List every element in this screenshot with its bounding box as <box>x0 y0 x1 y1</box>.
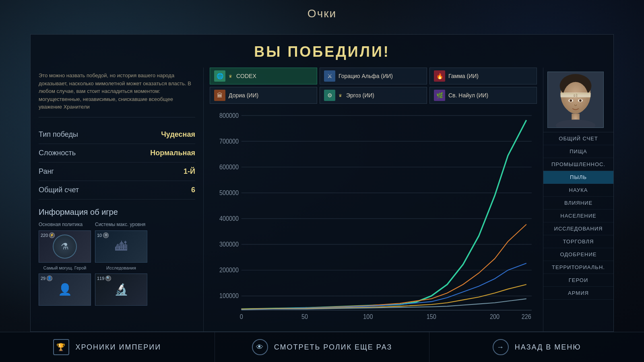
info-header: Информация об игре <box>39 208 195 217</box>
thumbnail-row-1: 220 ⚡ ⚗ 10 ⚙ 🏙 <box>39 230 195 263</box>
crown-ergoz: ♛ <box>339 93 342 98</box>
victory-title: ВЫ ПОБЕДИЛИ! <box>31 35 613 68</box>
back-menu-button[interactable]: → НАЗАД В МЕНЮ <box>429 332 644 362</box>
info-col-label-policy: Основная политика <box>39 222 91 227</box>
research2-inner: 🔬 <box>95 274 147 305</box>
stat-value-difficulty: Нормальная <box>150 149 195 157</box>
svg-text:200: 200 <box>490 313 500 320</box>
civ-name-goracio: Горацио Альфа (ИИ) <box>339 73 393 79</box>
stats-menu: ОБЩИЙ СЧЕТ ПИЩА ПРОМЫШЛЕННОС. ПЫЛЬ НАУКА… <box>543 132 613 331</box>
civ-item-codex: 🌐 ♛ CODEX <box>210 68 317 84</box>
replay-label: СМОТРЕТЬ РОЛИК ЕЩЕ РАЗ <box>274 343 392 352</box>
civ-item-nayul: 🌿 Св. Найул (ИИ) <box>429 87 537 104</box>
stats-menu-territory[interactable]: ТЕРРИТОРИАЛЬН. <box>543 261 613 274</box>
stats-menu-science[interactable]: НАУКА <box>543 184 613 197</box>
chart-svg: 800000 700000 600000 500000 400000 30000… <box>210 110 537 327</box>
stat-value-score: 6 <box>191 186 195 194</box>
svg-text:300000: 300000 <box>219 241 239 248</box>
bottom-bar: 🏆 ХРОНИКИ ИМПЕРИИ 👁 СМОТРЕТЬ РОЛИК ЕЩЕ Р… <box>0 332 644 362</box>
stats-menu-dust[interactable]: ПЫЛЬ <box>543 171 613 184</box>
info-col-label-systems: Системы макс. уровня <box>95 222 147 227</box>
svg-text:226: 226 <box>522 313 531 320</box>
stats-menu-approval[interactable]: ОДОБРЕНИЕ <box>543 248 613 261</box>
stats-menu-influence[interactable]: ВЛИЯНИЕ <box>543 197 613 210</box>
stats-menu-total[interactable]: ОБЩИЙ СЧЕТ <box>543 132 613 145</box>
svg-text:200000: 200000 <box>219 267 239 274</box>
svg-text:600000: 600000 <box>219 164 239 171</box>
stats-menu-industry[interactable]: ПРОМЫШЛЕННОС. <box>543 158 613 171</box>
svg-text:0: 0 <box>240 313 243 320</box>
svg-text:700000: 700000 <box>219 138 239 145</box>
stat-value-rank: 1-Й <box>184 167 195 176</box>
svg-text:400000: 400000 <box>219 215 239 222</box>
replay-button[interactable]: 👁 СМОТРЕТЬ РОЛИК ЕЩЕ РАЗ <box>215 332 430 362</box>
civ-item-ergoz: ⚙ ♛ Эргоз (ИИ) <box>320 87 427 104</box>
stat-value-victory: Чудесная <box>161 130 195 139</box>
research-inner: 🏙 <box>95 231 147 262</box>
civ-icon-nayul: 🌿 <box>434 90 445 101</box>
stat-row-score: Общий счет 6 <box>39 181 195 200</box>
svg-text:500000: 500000 <box>219 189 239 197</box>
left-panel: Это можно назвать победой, но история ва… <box>31 68 204 331</box>
thumb-captions-1: Самый могущ. Герой Исследования <box>39 264 195 270</box>
stats-menu-population[interactable]: НАСЕЛЕНИЕ <box>543 210 613 222</box>
avatar-section: ᛟᚱ <box>543 68 613 132</box>
stat-label-victory: Тип победы <box>39 130 78 139</box>
thumbnail-research2: 119 🔍 🔬 <box>95 274 147 306</box>
civ-name-nayul: Св. Найул (ИИ) <box>448 92 488 99</box>
avatar-svg: ᛟᚱ <box>548 72 603 128</box>
civ-name-doria: Дориа (ИИ) <box>229 92 258 99</box>
thumbnail-research: 10 ⚙ 🏙 <box>95 230 147 263</box>
chronicles-icon: 🏆 <box>53 339 69 355</box>
svg-text:100: 100 <box>363 313 373 320</box>
civ-icon-doria: 🏛 <box>214 90 225 101</box>
thumb-caption-hero: Самый могущ. Герой <box>39 265 91 270</box>
hero2-inner: 👤 <box>39 274 91 305</box>
stat-row-difficulty: Сложность Нормальная <box>39 144 195 162</box>
crown-codex: ♛ <box>229 74 232 78</box>
civ-item-goracio: ⚔ Горацио Альфа (ИИ) <box>320 68 427 84</box>
civ-icon-gamma: 🔥 <box>434 70 445 82</box>
stats-menu-heroes[interactable]: ГЕРОИ <box>543 274 613 287</box>
svg-point-33 <box>570 99 572 102</box>
civ-icon-goracio: ⚔ <box>324 70 335 82</box>
svg-text:ᛟᚱ: ᛟᚱ <box>573 93 578 98</box>
thumbnail-hero: 220 ⚡ ⚗ <box>39 230 91 263</box>
stat-row-victory-type: Тип победы Чудесная <box>39 125 195 144</box>
description-text: Это можно назвать победой, но история ва… <box>39 72 195 117</box>
chronicles-button[interactable]: 🏆 ХРОНИКИ ИМПЕРИИ <box>0 332 215 362</box>
svg-text:150: 150 <box>427 313 436 320</box>
civ-grid: 🌐 ♛ CODEX ⚔ Горацио Альфа (ИИ) 🔥 Гамма (… <box>210 68 537 104</box>
stat-label-score: Общий счет <box>39 186 79 194</box>
avatar: ᛟᚱ <box>547 72 604 128</box>
svg-text:100000: 100000 <box>219 292 239 300</box>
stats-menu-army[interactable]: АРМИЯ <box>543 287 613 300</box>
stats-menu-food[interactable]: ПИЩА <box>543 145 613 158</box>
back-menu-label: НАЗАД В МЕНЮ <box>515 343 581 352</box>
page-title: Очки <box>0 7 644 20</box>
civ-item-doria: 🏛 Дориа (ИИ) <box>210 87 317 104</box>
civ-item-gamma: 🔥 Гамма (ИИ) <box>429 68 537 84</box>
civ-name-gamma: Гамма (ИИ) <box>448 73 479 79</box>
main-panel: ВЫ ПОБЕДИЛИ! Это можно назвать победой, … <box>30 34 614 332</box>
info-grid-labels: Основная политика Системы макс. уровня <box>39 222 195 227</box>
civ-icon-ergoz: ⚙ <box>324 90 335 101</box>
content-area: Это можно назвать победой, но история ва… <box>31 68 613 331</box>
civ-name-ergoz: Эргоз (ИИ) <box>346 92 374 99</box>
stat-label-difficulty: Сложность <box>39 149 76 157</box>
stat-row-rank: Ранг 1-Й <box>39 162 195 181</box>
hero-silhouette: ⚗ <box>53 234 77 259</box>
chart-container: 800000 700000 600000 500000 400000 30000… <box>210 110 537 327</box>
chronicles-label: ХРОНИКИ ИМПЕРИИ <box>75 343 161 352</box>
thumbnail-hero2: 29 👤 👤 <box>39 274 91 306</box>
stats-menu-research[interactable]: ИССЛЕДОВАНИЯ <box>543 222 613 235</box>
thumbnail-row-2: 29 👤 👤 119 🔍 🔬 <box>39 274 195 306</box>
stat-label-rank: Ранг <box>39 167 54 176</box>
back-menu-icon: → <box>493 339 509 355</box>
civ-name-codex: CODEX <box>236 73 256 79</box>
right-panel: ᛟᚱ <box>543 68 613 331</box>
svg-text:800000: 800000 <box>219 112 239 119</box>
center-panel: 🌐 ♛ CODEX ⚔ Горацио Альфа (ИИ) 🔥 Гамма (… <box>204 68 543 331</box>
stats-menu-trade[interactable]: ТОРГОВЛЯ <box>543 235 613 248</box>
replay-icon: 👁 <box>252 339 268 355</box>
